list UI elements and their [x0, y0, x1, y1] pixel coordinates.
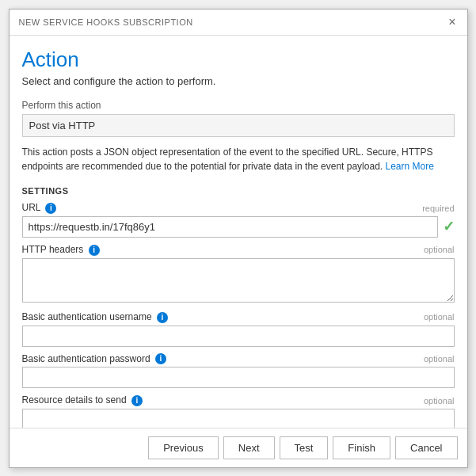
auth-username-input[interactable]: [22, 326, 455, 347]
dialog-title: NEW SERVICE HOOKS SUBSCRIPTION: [19, 17, 193, 27]
page-heading: Action: [22, 48, 455, 71]
auth-password-input[interactable]: [22, 367, 455, 388]
previous-button[interactable]: Previous: [148, 436, 219, 459]
url-input[interactable]: [22, 216, 438, 238]
perform-action-label: Perform this action: [22, 100, 455, 111]
auth-password-optional-badge: optional: [424, 354, 455, 364]
auth-password-label: Basic authentication password i: [22, 353, 166, 365]
resource-details-info-icon[interactable]: i: [131, 395, 143, 406]
url-required-badge: required: [422, 204, 454, 213]
auth-username-optional-badge: optional: [424, 312, 455, 322]
url-field-header: URL i required: [22, 202, 455, 214]
action-select[interactable]: Post via HTTP: [22, 114, 455, 137]
auth-password-field-header: Basic authentication password i optional: [22, 353, 455, 365]
description-text: This action posts a JSON object represen…: [22, 145, 455, 173]
resource-details-optional-badge: optional: [424, 396, 455, 406]
dialog-footer: Previous Next Test Finish Cancel: [10, 428, 467, 467]
auth-username-field-header: Basic authentication username i optional: [22, 311, 455, 323]
auth-password-field-row: Basic authentication password i optional: [22, 353, 455, 389]
resource-details-field-row: Resource details to send i optional: [22, 394, 455, 427]
dialog-container: NEW SERVICE HOOKS SUBSCRIPTION × Action …: [9, 9, 468, 468]
url-field-row: URL i required ✓: [22, 202, 455, 238]
resource-details-label: Resource details to send i: [22, 394, 143, 406]
http-headers-input[interactable]: [22, 258, 455, 303]
url-check-icon: ✓: [443, 218, 455, 235]
url-label: URL i: [22, 202, 57, 214]
url-input-wrapper: ✓: [22, 216, 455, 238]
resource-details-input[interactable]: [22, 409, 455, 427]
resource-details-field-header: Resource details to send i optional: [22, 394, 455, 406]
auth-password-info-icon[interactable]: i: [155, 353, 166, 364]
dialog-titlebar: NEW SERVICE HOOKS SUBSCRIPTION ×: [10, 10, 467, 36]
auth-username-label: Basic authentication username i: [22, 311, 168, 323]
http-headers-optional-badge: optional: [424, 245, 455, 254]
http-headers-label: HTTP headers i: [22, 244, 100, 256]
finish-button[interactable]: Finish: [333, 436, 390, 459]
dialog-content: Action Select and configure the action t…: [10, 36, 467, 428]
http-headers-field-header: HTTP headers i optional: [22, 244, 455, 256]
close-button[interactable]: ×: [447, 16, 457, 29]
http-headers-field-row: HTTP headers i optional: [22, 244, 455, 305]
auth-username-info-icon[interactable]: i: [157, 312, 168, 323]
url-info-icon[interactable]: i: [45, 203, 56, 214]
settings-heading: SETTINGS: [22, 186, 455, 196]
learn-more-link[interactable]: Learn More: [385, 161, 433, 172]
test-button[interactable]: Test: [280, 436, 329, 459]
page-subtitle: Select and configure the action to perfo…: [22, 75, 455, 87]
auth-username-field-row: Basic authentication username i optional: [22, 311, 455, 347]
next-button[interactable]: Next: [223, 436, 275, 459]
http-headers-info-icon[interactable]: i: [89, 245, 100, 256]
cancel-button[interactable]: Cancel: [395, 436, 457, 459]
